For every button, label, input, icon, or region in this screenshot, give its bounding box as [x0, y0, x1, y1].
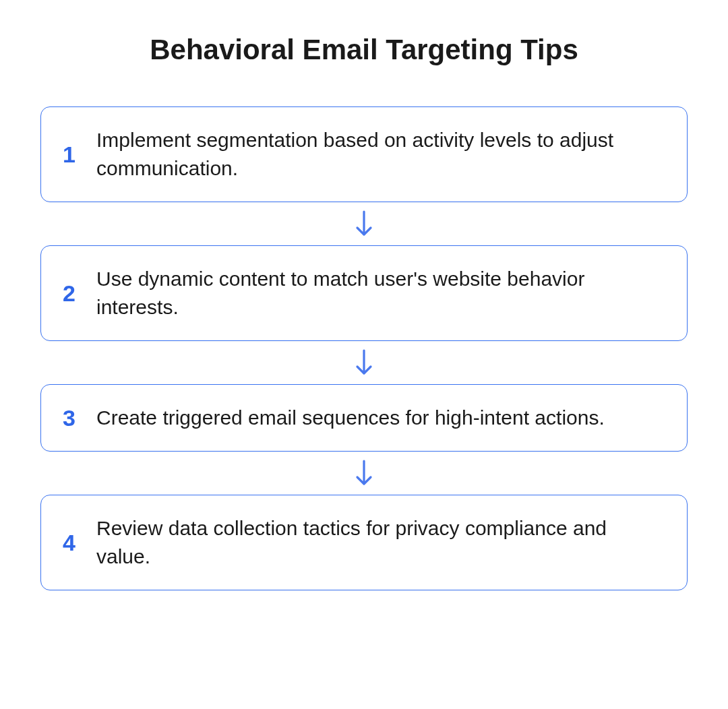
steps-container: 1 Implement segmentation based on activi…	[40, 106, 688, 590]
page-title: Behavioral Email Targeting Tips	[40, 34, 688, 66]
step-text: Review data collection tactics for priva…	[96, 514, 665, 571]
step-card-1: 1 Implement segmentation based on activi…	[40, 106, 688, 202]
step-text: Create triggered email sequences for hig…	[96, 404, 665, 432]
arrow-down-icon	[40, 452, 688, 495]
step-number: 2	[63, 282, 82, 305]
step-text: Use dynamic content to match user's webs…	[96, 265, 665, 321]
step-card-4: 4 Review data collection tactics for pri…	[40, 495, 688, 590]
arrow-down-icon	[40, 341, 688, 384]
step-number: 3	[63, 406, 82, 429]
arrow-down-icon	[40, 202, 688, 245]
step-card-3: 3 Create triggered email sequences for h…	[40, 384, 688, 452]
step-number: 4	[63, 531, 82, 554]
step-number: 1	[63, 143, 82, 166]
step-text: Implement segmentation based on activity…	[96, 126, 665, 183]
step-card-2: 2 Use dynamic content to match user's we…	[40, 245, 688, 341]
